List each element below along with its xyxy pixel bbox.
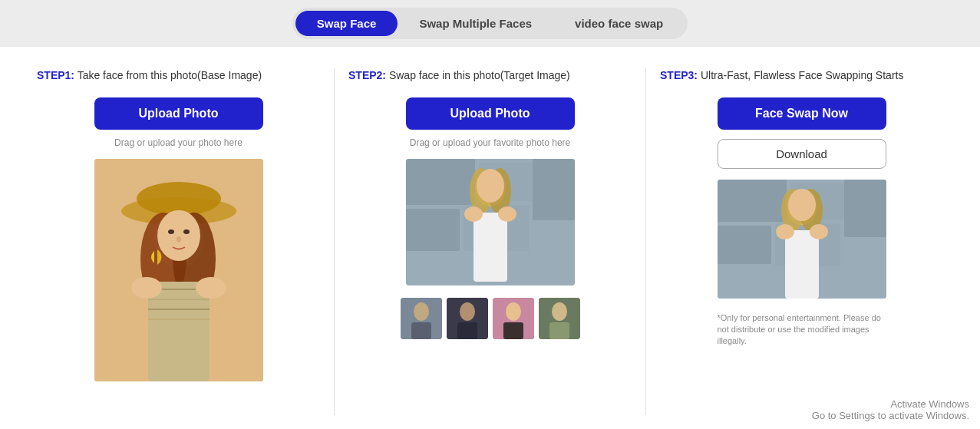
top-nav: Swap Face Swap Multiple Faces video face…	[0, 0, 980, 47]
svg-rect-23	[533, 159, 575, 220]
tab-swap-multiple[interactable]: Swap Multiple Faces	[398, 11, 553, 36]
svg-point-7	[168, 229, 174, 234]
step1-image-area	[37, 159, 320, 381]
svg-point-55	[810, 224, 828, 239]
thumbnail-row	[401, 298, 580, 339]
step3-image-area: *Only for personal entertainment. Please…	[660, 180, 943, 348]
svg-point-27	[477, 169, 504, 203]
tab-swap-face[interactable]: Swap Face	[295, 11, 398, 36]
disclaimer-text: *Only for personal entertainment. Please…	[718, 312, 886, 348]
thumbnail-1[interactable]	[401, 298, 442, 339]
thumbnail-3[interactable]	[493, 298, 534, 339]
step2-upload-button[interactable]: Upload Photo	[406, 97, 575, 130]
step3-result-image	[718, 180, 886, 299]
svg-rect-46	[718, 226, 771, 264]
step3-title: STEP3: Ultra-Fast, Flawless Face Swappin…	[660, 68, 903, 84]
step1-upload-button[interactable]: Upload Photo	[94, 97, 263, 130]
svg-rect-39	[503, 322, 523, 339]
svg-point-16	[131, 277, 162, 299]
svg-point-17	[196, 277, 226, 299]
svg-point-30	[498, 206, 516, 222]
step1-column: STEP1: Take face from this photo(Base Im…	[23, 68, 335, 415]
svg-rect-44	[718, 180, 787, 222]
svg-rect-53	[785, 230, 819, 299]
svg-rect-42	[549, 322, 569, 339]
svg-rect-36	[457, 322, 477, 339]
thumbnail-2[interactable]	[447, 298, 488, 339]
svg-point-41	[552, 302, 567, 321]
step2-image-area	[348, 159, 632, 339]
main-content: STEP1: Take face from this photo(Base Im…	[0, 47, 980, 429]
step1-drag-hint: Drag or upload your photo here	[114, 137, 243, 148]
svg-point-38	[506, 302, 521, 321]
step2-title: STEP2: Swap face in this photo(Target Im…	[348, 68, 570, 84]
svg-point-35	[460, 302, 475, 321]
svg-point-54	[776, 224, 794, 239]
svg-rect-21	[406, 209, 460, 251]
step1-base-image	[94, 159, 263, 381]
step2-column: STEP2: Swap face in this photo(Target Im…	[335, 68, 646, 415]
step1-label: STEP1:	[37, 69, 74, 81]
step2-target-image	[406, 159, 575, 285]
svg-point-8	[183, 229, 190, 234]
face-swap-now-button[interactable]: Face Swap Now	[718, 97, 886, 130]
thumbnail-4[interactable]	[539, 298, 580, 339]
svg-point-9	[177, 236, 181, 243]
svg-point-52	[788, 189, 816, 221]
svg-rect-28	[474, 213, 507, 282]
svg-rect-33	[411, 322, 431, 339]
download-button[interactable]: Download	[718, 139, 886, 169]
svg-rect-10	[148, 282, 210, 381]
svg-rect-48	[844, 180, 886, 237]
svg-rect-19	[406, 159, 475, 205]
svg-point-29	[464, 206, 483, 222]
step3-label: STEP3:	[660, 69, 698, 81]
step3-column: STEP3: Ultra-Fast, Flawless Face Swappin…	[646, 68, 957, 415]
svg-point-32	[414, 302, 429, 321]
step2-label: STEP2:	[348, 69, 386, 81]
tab-video-face-swap[interactable]: video face swap	[553, 11, 685, 36]
svg-point-6	[157, 210, 200, 261]
nav-tabs-container: Swap Face Swap Multiple Faces video face…	[292, 8, 688, 39]
step1-title: STEP1: Take face from this photo(Base Im…	[37, 68, 262, 84]
step2-drag-hint: Drag or upload your favorite photo here	[410, 137, 570, 148]
